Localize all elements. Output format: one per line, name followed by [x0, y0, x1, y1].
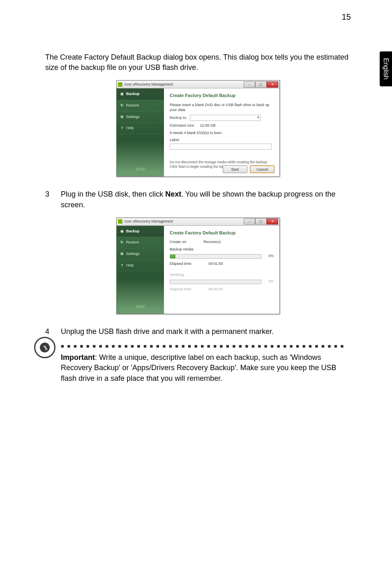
gear-icon: ✿: [120, 252, 124, 256]
hint-disconnect: Do not disconnect the storage media whil…: [170, 160, 274, 164]
step-3: 3 Plug in the USB disk, then click Next.…: [45, 189, 351, 210]
elapsed-label: Elapsed time:: [170, 261, 192, 266]
verify-progress-bar: [170, 280, 261, 284]
help-icon: ?: [120, 126, 124, 130]
backup-media-label: Backup media:: [170, 247, 274, 252]
brand-logo: acer: [117, 162, 164, 176]
sidebar-item-backup[interactable]: ◉ Backup: [117, 226, 164, 237]
page-number: 15: [0, 0, 392, 26]
label-input[interactable]: [170, 144, 272, 150]
sidebar-label: Settings: [126, 251, 140, 257]
verify-elapsed-value: 00:00:00: [209, 287, 223, 292]
window-title: Acer eRecovery Management: [124, 82, 244, 87]
close-button[interactable]: ✕: [267, 218, 278, 225]
sidebar-label: Backup: [126, 229, 140, 234]
sidebar-item-restore[interactable]: ↻ Restore: [117, 100, 164, 111]
dialog-sidebar: ◉ Backup ↻ Restore ✿ Settings ? Help: [117, 226, 164, 314]
intro-paragraph: The Create Factory Default Backup dialog…: [45, 52, 351, 73]
key-icon: ⚷: [38, 341, 52, 354]
restore-icon: ↻: [120, 103, 124, 107]
verifying-label: Verifying:: [170, 272, 274, 278]
backup-progress-bar: [170, 254, 261, 259]
sidebar-item-settings[interactable]: ✿ Settings: [117, 111, 164, 123]
sidebar-label: Restore: [126, 103, 139, 108]
sidebar-item-help[interactable]: ? Help: [117, 123, 164, 134]
sidebar-label: Settings: [126, 114, 140, 120]
estimated-size-label: Estimated size:: [170, 123, 195, 127]
sidebar-item-settings[interactable]: ✿ Settings: [117, 248, 164, 260]
language-tab: English: [380, 51, 392, 86]
gear-icon: ✿: [120, 115, 124, 119]
dialog-create-backup-1: Acer eRecovery Management – ▢ ✕ ◉ Backup…: [116, 80, 280, 177]
titlebar: Acer eRecovery Management – ▢ ✕: [117, 81, 279, 88]
brand-logo: acer: [117, 299, 164, 314]
help-icon: ?: [120, 263, 124, 267]
app-icon: [118, 219, 122, 224]
sidebar-item-backup[interactable]: ◉ Backup: [117, 88, 164, 100]
verify-progress-pct: 0%: [264, 279, 274, 284]
callout-bold: Important: [61, 353, 95, 361]
step-number: 3: [45, 189, 49, 210]
backup-progress-pct: 6%: [264, 254, 274, 259]
callout-icon: ⚷: [34, 337, 55, 358]
sidebar-item-restore[interactable]: ↻ Restore: [117, 237, 164, 248]
step3-bold: Next: [165, 190, 181, 198]
dvd-needed-text: It needs 4 blank DVD(s) to burn.: [170, 130, 274, 136]
backup-to-dropdown[interactable]: [190, 115, 261, 121]
sidebar-item-help[interactable]: ? Help: [117, 260, 164, 271]
app-icon: [118, 82, 122, 87]
cancel-button[interactable]: Cancel: [250, 165, 274, 173]
estimated-size-value: 12.58 GB: [200, 123, 216, 127]
backup-to-label: Backup to:: [170, 116, 187, 120]
step-4: 4 Unplug the USB flash drive and mark it…: [45, 327, 351, 389]
create-on-value: Recovery1: [203, 239, 221, 245]
dialog-create-backup-2: Acer eRecovery Management – ▢ ✕ ◉ Backup…: [116, 218, 280, 314]
callout-divider: ■ ■ ■ ■ ■ ■ ■ ■ ■ ■ ■ ■ ■ ■ ■ ■ ■ ■ ■ ■ …: [61, 343, 351, 350]
titlebar: Acer eRecovery Management – ▢ ✕: [117, 218, 279, 226]
panel-title: Create Factory Default Backup: [170, 230, 274, 236]
disc-icon: ◉: [120, 229, 124, 233]
dialog-sidebar: ◉ Backup ↻ Restore ✿ Settings ? Help: [117, 88, 164, 176]
important-callout: ⚷ ■ ■ ■ ■ ■ ■ ■ ■ ■ ■ ■ ■ ■ ■ ■ ■ ■ ■ ■ …: [61, 343, 351, 384]
label-field-label: Label:: [170, 137, 274, 143]
disc-icon: ◉: [120, 92, 124, 96]
sidebar-label: Help: [126, 125, 134, 131]
callout-text: : Write a unique, descriptive label on e…: [61, 353, 337, 382]
sidebar-label: Restore: [126, 240, 139, 245]
step3-text-before: Plug in the USB disk, then click: [61, 190, 165, 198]
create-on-label: Create on:: [170, 239, 187, 245]
minimize-button[interactable]: –: [244, 218, 255, 225]
step4-text: Unplug the USB flash drive and mark it w…: [61, 327, 274, 336]
elapsed-value: 00:01:50: [209, 261, 223, 266]
panel-title: Create Factory Default Backup: [170, 93, 274, 99]
minimize-button[interactable]: –: [244, 81, 255, 88]
restore-icon: ↻: [120, 241, 124, 245]
progress-fill: [170, 255, 175, 258]
dialog-panel: Create Factory Default Backup Please ins…: [164, 88, 279, 176]
instruction-text: Please insert a blank DVD disc or USB fl…: [170, 102, 274, 113]
page-content: The Create Factory Default Backup dialog…: [0, 26, 392, 406]
verify-elapsed-label: Elapsed time:: [170, 287, 192, 292]
sidebar-label: Backup: [126, 91, 140, 97]
start-button[interactable]: Start: [223, 165, 247, 173]
maximize-button[interactable]: ▢: [255, 218, 267, 225]
close-button[interactable]: ✕: [267, 81, 278, 88]
window-title: Acer eRecovery Management: [124, 219, 244, 224]
dialog-panel: Create Factory Default Backup Create on:…: [164, 226, 279, 314]
sidebar-label: Help: [126, 263, 134, 268]
maximize-button[interactable]: ▢: [255, 81, 267, 88]
